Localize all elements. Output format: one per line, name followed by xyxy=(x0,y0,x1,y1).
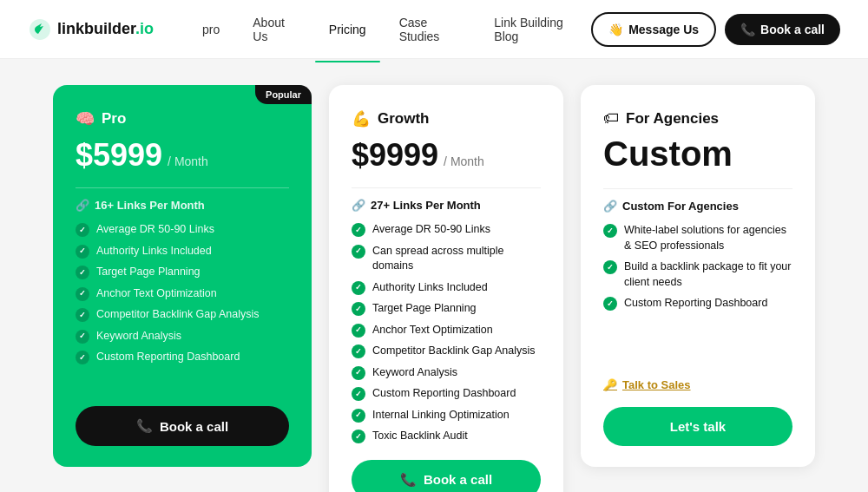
check-icon xyxy=(603,297,617,311)
talk-to-sales-label: Talk to Sales xyxy=(622,378,691,391)
agency-cta: Let's talk xyxy=(603,407,792,446)
growth-price: $9999 / Month xyxy=(352,137,541,174)
pro-price-period: / Month xyxy=(168,154,208,168)
check-icon xyxy=(76,266,89,279)
talk-to-sales-emoji: 🔑 xyxy=(603,378,617,391)
agency-card-header: 🏷 For Agencies xyxy=(603,109,792,128)
check-icon xyxy=(352,223,365,237)
list-item: Competitor Backlink Gap Analysis xyxy=(352,344,541,359)
growth-section-text: 27+ Links Per Month xyxy=(371,199,481,212)
agency-custom-price: Custom xyxy=(603,136,792,171)
list-item: Keyword Analysis xyxy=(76,329,289,344)
check-icon xyxy=(76,330,89,344)
feature-text: Competitor Backlink Gap Analysis xyxy=(372,344,536,359)
list-item: Custom Reporting Dashboard xyxy=(76,350,289,365)
nav-pricing[interactable]: Pricing xyxy=(315,16,380,43)
list-item: Custom Reporting Dashboard xyxy=(352,386,541,402)
list-item: Authority Links Included xyxy=(352,280,541,296)
growth-features-list: Average DR 50-90 Links Can spread across… xyxy=(352,222,541,444)
check-icon xyxy=(76,351,89,364)
pro-cta: 📞 Book a call xyxy=(76,406,289,446)
check-icon xyxy=(76,287,89,301)
check-icon xyxy=(352,387,365,401)
pro-features-list: Average DR 50-90 Links Authority Links I… xyxy=(76,222,289,390)
nav-about-us[interactable]: About Us xyxy=(239,9,310,50)
pro-section-title: 🔗 16+ Links Per Month xyxy=(76,199,289,212)
feature-text: Custom Reporting Dashboard xyxy=(96,350,240,365)
growth-divider xyxy=(352,187,541,188)
growth-card: 💪 Growth $9999 / Month 🔗 27+ Links Per M… xyxy=(329,85,563,492)
pro-book-call-button[interactable]: 📞 Book a call xyxy=(76,406,289,446)
check-icon xyxy=(352,430,365,443)
nav-blog[interactable]: Link Building Blog xyxy=(480,9,591,50)
list-item: Average DR 50-90 Links xyxy=(76,222,289,238)
growth-price-amount: $9999 xyxy=(352,137,438,174)
growth-price-period: / Month xyxy=(444,154,484,168)
pro-card: Popular 🧠 Pro $5999 / Month 🔗 16+ Links … xyxy=(53,85,312,467)
phone-icon-nav: 📞 xyxy=(740,23,755,36)
list-item: Toxic Backlink Audit xyxy=(352,429,541,444)
message-label: Message Us xyxy=(628,23,699,36)
agency-lets-talk-button[interactable]: Let's talk xyxy=(603,407,792,446)
logo[interactable]: linkbuilder.io xyxy=(28,17,154,42)
agency-emoji: 🏷 xyxy=(603,109,619,128)
agency-cta-label: Let's talk xyxy=(670,419,726,434)
pro-card-header: 🧠 Pro xyxy=(76,109,289,128)
pro-section-text: 16+ Links Per Month xyxy=(95,199,205,212)
feature-text: Average DR 50-90 Links xyxy=(372,222,490,238)
check-icon xyxy=(352,324,365,338)
feature-text: Competitor Backlink Gap Analysis xyxy=(96,307,260,323)
agency-card: 🏷 For Agencies Custom 🔗 Custom For Agenc… xyxy=(581,85,815,467)
check-icon xyxy=(352,409,365,423)
feature-text: Authority Links Included xyxy=(96,244,212,259)
nav-how-we-work[interactable]: pro xyxy=(188,16,233,43)
agency-title: For Agencies xyxy=(626,110,719,128)
growth-book-call-button[interactable]: 📞 Book a call xyxy=(352,460,541,493)
list-item: Target Page Planning xyxy=(352,301,541,317)
check-icon xyxy=(352,302,365,316)
growth-title: Growth xyxy=(378,110,430,128)
check-icon xyxy=(76,308,89,322)
pro-emoji: 🧠 xyxy=(76,109,95,128)
feature-text: Target Page Planning xyxy=(96,265,201,280)
growth-cta-label: Book a call xyxy=(424,472,492,487)
message-us-button[interactable]: 👋 Message Us xyxy=(591,12,716,47)
list-item: Authority Links Included xyxy=(76,244,289,259)
nav-case-studies[interactable]: Case Studies xyxy=(385,9,476,50)
pro-price-amount: $5999 xyxy=(76,137,162,174)
feature-text: Custom Reporting Dashboard xyxy=(624,296,767,312)
book-call-nav-label: Book a call xyxy=(760,23,825,36)
navbar: linkbuilder.io pro About Us Pricing Case… xyxy=(0,0,868,59)
list-item: Anchor Text Optimization xyxy=(76,286,289,302)
feature-text: Can spread across multiple domains xyxy=(372,244,541,274)
list-item: Anchor Text Optimization xyxy=(352,323,541,338)
agency-divider xyxy=(603,188,792,189)
growth-section-title: 🔗 27+ Links Per Month xyxy=(352,199,541,212)
logo-text: linkbuilder.io xyxy=(57,20,154,38)
check-icon xyxy=(76,223,89,237)
talk-to-sales-link[interactable]: 🔑 Talk to Sales xyxy=(603,378,792,391)
feature-text: Build a backlink package to fit your cli… xyxy=(624,259,792,290)
check-icon xyxy=(76,245,89,259)
feature-text: Anchor Text Optimization xyxy=(372,323,493,338)
book-call-nav-button[interactable]: 📞 Book a call xyxy=(725,14,840,45)
check-icon xyxy=(352,366,365,380)
check-icon xyxy=(352,281,365,295)
list-item: Internal Linking Optimization xyxy=(352,408,541,423)
list-item: Average DR 50-90 Links xyxy=(352,222,541,238)
feature-text: Toxic Backlink Audit xyxy=(372,429,468,444)
growth-section-emoji: 🔗 xyxy=(352,199,365,212)
pricing-section: Popular 🧠 Pro $5999 / Month 🔗 16+ Links … xyxy=(0,59,868,492)
feature-text: Custom Reporting Dashboard xyxy=(372,386,516,402)
check-icon xyxy=(352,245,365,259)
check-icon xyxy=(603,260,617,274)
agency-section-emoji: 🔗 xyxy=(603,200,617,213)
feature-text: Internal Linking Optimization xyxy=(372,408,510,423)
list-item: White-label solutions for agencies & SEO… xyxy=(603,223,792,253)
pro-cta-label: Book a call xyxy=(160,419,228,434)
check-icon xyxy=(603,224,617,238)
list-item: Target Page Planning xyxy=(76,265,289,280)
growth-card-header: 💪 Growth xyxy=(352,109,541,128)
pro-price: $5999 / Month xyxy=(76,137,289,174)
popular-badge: Popular xyxy=(255,85,312,104)
